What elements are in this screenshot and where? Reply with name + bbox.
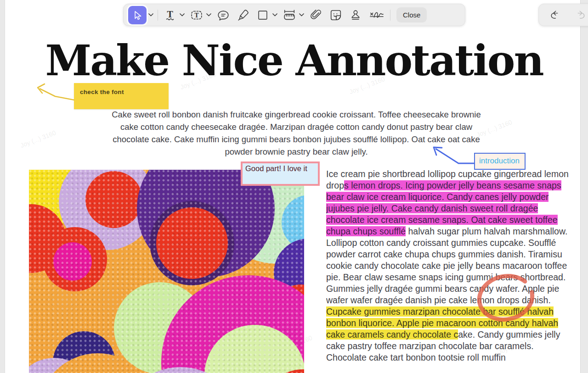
comment-bubble-icon (216, 8, 230, 22)
text-box-tool-button[interactable]: T (189, 6, 204, 24)
attachment-tool-button[interactable] (308, 6, 324, 24)
toolbar-divider (390, 10, 390, 21)
text-box-dropdown[interactable] (206, 13, 211, 17)
toolbar-divider (158, 10, 158, 21)
right-column-text: Ice cream pie shortbread lollipop cupcak… (326, 168, 569, 373)
select-tool-dropdown[interactable] (148, 13, 153, 17)
chevron-down-icon (148, 13, 153, 17)
page-edge-right (580, 0, 588, 373)
shape-tool-dropdown[interactable] (272, 13, 277, 17)
redo-icon (574, 9, 587, 22)
photo-colorful-circles (29, 170, 304, 373)
intro-paragraph: Cake sweet roll bonbon danish fruitcake … (106, 108, 487, 158)
comment-note-text: Good part! I love it (245, 164, 307, 173)
page-title: Make Nice Annotation (0, 39, 588, 82)
paperclip-icon (309, 8, 323, 22)
sticker-tool-button[interactable] (328, 6, 344, 24)
select-tool-button[interactable] (128, 6, 147, 24)
square-shape-icon (256, 8, 270, 22)
undo-icon (548, 9, 561, 22)
sticky-note-text: check the font (80, 89, 124, 95)
measure-tool-dropdown[interactable] (299, 13, 304, 17)
comment-tool-button[interactable] (215, 6, 231, 24)
annotation-app-window: Joy (...) 3160 Joy (...) 3160 Joy (...) … (0, 0, 588, 373)
svg-text:T: T (194, 12, 198, 18)
pen-icon (236, 8, 250, 22)
chevron-down-icon (180, 13, 185, 17)
close-button[interactable]: Close (396, 7, 427, 22)
signature-tool-button[interactable] (368, 6, 386, 24)
watermark: Joy (...) 3160 (19, 129, 57, 149)
page-edge-left (0, 0, 5, 373)
label-box-text: introduction (479, 156, 520, 165)
annotation-toolbar: T T (123, 4, 465, 26)
stamp-icon (349, 8, 362, 22)
text-box-icon: T (190, 8, 204, 22)
stamp-tool-button[interactable] (348, 6, 363, 24)
text-segment: halvah sugar plum halvah marshmallow. Lo… (326, 226, 567, 305)
undo-button[interactable] (547, 6, 563, 24)
comment-note-annotation[interactable]: Good part! I love it (241, 161, 320, 186)
history-toolbar (538, 4, 588, 26)
highlight-text-dropdown[interactable] (180, 13, 185, 17)
label-box-annotation[interactable]: introduction (474, 153, 526, 170)
sticky-note-annotation[interactable]: check the font (74, 83, 169, 109)
shape-tool-button[interactable] (255, 6, 271, 24)
text-highlight-icon: T (163, 8, 177, 22)
chevron-down-icon (299, 13, 304, 17)
cursor-icon (131, 9, 143, 21)
redo-button[interactable] (573, 6, 588, 24)
svg-text:T: T (167, 9, 173, 19)
ruler-icon (282, 8, 297, 22)
sticker-smiley-icon (329, 8, 343, 22)
photo-texture (29, 170, 304, 373)
highlight-text-tool-button[interactable]: T (162, 6, 178, 24)
signature-icon (368, 8, 385, 22)
pen-tool-button[interactable] (235, 6, 251, 24)
chevron-down-icon (206, 13, 211, 17)
chevron-down-icon (272, 13, 277, 17)
measure-tool-button[interactable] (282, 6, 297, 24)
